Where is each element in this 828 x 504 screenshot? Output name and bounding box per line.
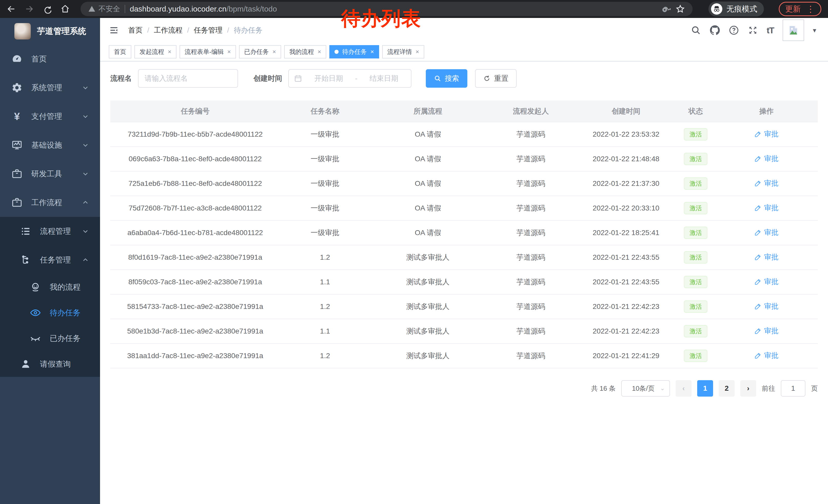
end-date-placeholder[interactable]: 结束日期 <box>362 74 406 83</box>
filter-bar: 流程名 请输入流程名 创建时间 开始日期 - 结束日期 搜索 <box>110 69 818 88</box>
sidebar-item-label: 任务管理 <box>40 255 71 265</box>
page-content: 流程名 请输入流程名 创建时间 开始日期 - 结束日期 搜索 <box>100 61 828 504</box>
sidebar-item-payment[interactable]: ¥ 支付管理 <box>0 102 100 131</box>
sidebar-item-my-process[interactable]: 我的流程 <box>0 274 100 300</box>
home-icon[interactable] <box>60 4 70 13</box>
close-icon[interactable]: × <box>227 48 231 55</box>
font-size-icon[interactable]: tT <box>767 26 774 35</box>
approve-link[interactable]: 审批 <box>754 351 779 360</box>
password-key-icon[interactable] <box>662 4 671 13</box>
sidebar-item-todo-tasks[interactable]: 待办任务 <box>0 300 100 326</box>
sidebar-item-done-tasks[interactable]: 已办任务 <box>0 326 100 351</box>
security-warning[interactable]: 不安全 <box>88 4 120 14</box>
goto-label: 前往 <box>762 384 775 393</box>
approve-link[interactable]: 审批 <box>754 302 779 311</box>
sidebar-item-label: 基础设施 <box>31 140 62 150</box>
cell-starter: 芋道源码 <box>516 130 545 138</box>
approve-link[interactable]: 审批 <box>754 228 779 237</box>
sidebar-item-infra[interactable]: 基础设施 <box>0 131 100 159</box>
approve-link[interactable]: 审批 <box>754 326 779 336</box>
tab-process-detail[interactable]: 流程详情× <box>382 45 424 58</box>
sidebar-item-leave-query[interactable]: 请假查询 <box>0 351 100 377</box>
cell-id: a6aba0a4-7b6d-11ec-b781-acde48001122 <box>127 229 263 237</box>
status-badge: 激活 <box>684 251 707 264</box>
refresh-icon <box>483 75 490 82</box>
approve-link[interactable]: 审批 <box>754 129 779 139</box>
goto-page-input[interactable]: 1 <box>781 380 805 397</box>
sidebar-item-devtools[interactable]: 研发工具 <box>0 159 100 188</box>
approve-link[interactable]: 审批 <box>754 277 779 287</box>
prev-page-button[interactable]: ‹ <box>676 380 692 397</box>
breadcrumb-home[interactable]: 首页 <box>128 26 142 35</box>
sidebar-item-process-mgmt[interactable]: 流程管理 <box>0 217 100 245</box>
status-badge: 激活 <box>684 227 707 239</box>
reset-button[interactable]: 重置 <box>475 69 516 88</box>
github-icon[interactable] <box>710 25 720 35</box>
cell-starter: 芋道源码 <box>516 155 545 163</box>
sidebar-logo[interactable]: 芋道管理系统 <box>0 18 100 45</box>
table-row: 58154733-7ac8-11ec-a9e2-a2380e71991a1.2测… <box>110 294 818 319</box>
cell-starter: 芋道源码 <box>516 179 545 187</box>
cell-created: 2022-01-21 22:43:55 <box>593 253 659 261</box>
status-badge: 激活 <box>684 153 707 165</box>
address-separator <box>125 5 125 13</box>
browser-menu-icon[interactable]: ⋮ <box>806 5 815 13</box>
tab-done-tasks[interactable]: 已办任务× <box>239 45 281 58</box>
search-icon[interactable] <box>691 25 701 35</box>
sidebar-item-label: 我的流程 <box>50 282 81 292</box>
search-button[interactable]: 搜索 <box>426 69 467 88</box>
browser-update-button[interactable]: 更新 ⋮ <box>779 2 821 16</box>
tab-home[interactable]: 首页 <box>109 45 131 58</box>
breadcrumb-workflow[interactable]: 工作流程 <box>154 26 182 35</box>
status-badge: 激活 <box>684 301 707 313</box>
close-icon[interactable]: × <box>416 48 419 55</box>
close-icon[interactable]: × <box>168 48 171 55</box>
approve-link[interactable]: 审批 <box>754 178 779 188</box>
screen: 不安全 dashboard.yudao.iocoder.cn/bpm/task/… <box>0 0 828 504</box>
sidebar-item-label: 工作流程 <box>31 197 62 208</box>
avatar[interactable] <box>783 19 804 41</box>
breadcrumb-task-mgmt[interactable]: 任务管理 <box>194 26 223 35</box>
collapse-sidebar-icon[interactable] <box>109 26 119 35</box>
back-icon[interactable] <box>7 4 16 13</box>
avatar-caret-icon[interactable]: ▾ <box>813 27 816 34</box>
page-button-2[interactable]: 2 <box>719 380 735 397</box>
process-name-input[interactable]: 请输入流程名 <box>138 69 238 88</box>
fullscreen-icon[interactable] <box>748 25 758 35</box>
tab-todo-tasks[interactable]: 待办任务× <box>329 45 379 58</box>
close-icon[interactable]: × <box>273 48 276 55</box>
cell-process: OA 请假 <box>415 204 441 212</box>
date-range-picker[interactable]: 开始日期 - 结束日期 <box>288 69 411 88</box>
page-size-select[interactable]: 10条/页 ⌄ <box>621 380 670 397</box>
sidebar-item-workflow[interactable]: 工作流程 <box>0 188 100 217</box>
reload-icon[interactable] <box>43 4 52 13</box>
approve-link[interactable]: 审批 <box>754 252 779 262</box>
cell-name: 1.2 <box>320 352 330 360</box>
sidebar-item-task-mgmt[interactable]: 任务管理 <box>0 245 100 274</box>
sidebar-item-system[interactable]: 系统管理 <box>0 73 100 102</box>
cell-starter: 芋道源码 <box>516 327 545 335</box>
cell-starter: 芋道源码 <box>516 278 545 286</box>
status-badge: 激活 <box>684 177 707 190</box>
tab-start-process[interactable]: 发起流程× <box>134 45 176 58</box>
help-icon[interactable] <box>729 25 739 35</box>
edit-icon <box>754 180 761 187</box>
cell-created: 2022-01-22 21:37:30 <box>593 179 659 187</box>
sidebar-item-home[interactable]: 首页 <box>0 45 100 73</box>
approve-link[interactable]: 审批 <box>754 203 779 213</box>
cell-process: OA 请假 <box>415 229 441 237</box>
close-icon[interactable]: × <box>370 48 374 55</box>
bookmark-star-icon[interactable] <box>676 4 685 13</box>
approve-link[interactable]: 审批 <box>754 154 779 164</box>
page-button-1[interactable]: 1 <box>697 380 713 397</box>
next-page-button[interactable]: › <box>740 380 756 397</box>
cell-process: OA 请假 <box>415 179 441 187</box>
tab-my-process[interactable]: 我的流程× <box>284 45 326 58</box>
table-row: 381aa1dd-7ac8-11ec-a9e2-a2380e71991a1.2测… <box>110 343 818 368</box>
close-icon[interactable]: × <box>318 48 321 55</box>
cell-process: OA 请假 <box>415 130 441 138</box>
cell-created: 2022-01-22 21:48:48 <box>593 155 659 163</box>
start-date-placeholder[interactable]: 开始日期 <box>307 74 350 83</box>
forward-icon[interactable] <box>25 4 34 13</box>
tab-form-edit[interactable]: 流程表单-编辑× <box>179 45 236 58</box>
